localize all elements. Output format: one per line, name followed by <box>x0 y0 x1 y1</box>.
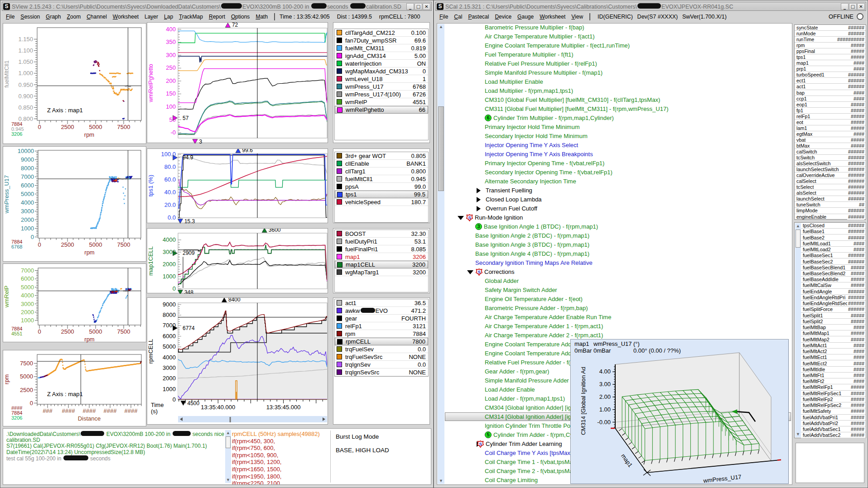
tree-item[interactable]: Secondary Injector Hold Time Minimum <box>437 132 792 141</box>
value-row-syncState[interactable]: syncState###### <box>795 25 866 31</box>
legend-row-tps1[interactable]: tps199.5 <box>335 191 428 198</box>
value-row-egtMax[interactable]: egtMax#### <box>795 131 866 137</box>
legend-row-fueldutypri1[interactable]: fuelDutyPri153.1 <box>335 238 428 245</box>
legend-row-wmlevel-u18[interactable]: wmLevel_U181 <box>335 75 428 83</box>
menu-lap[interactable]: Lap <box>164 14 173 20</box>
legend-row-wgmaptarg1[interactable]: wgMapTarg13200 <box>335 268 428 276</box>
menu-session[interactable]: Session <box>20 14 40 20</box>
value-row-tpsClosed[interactable]: tpsClosed###### <box>801 223 866 229</box>
value-row-fuelMltCalSw[interactable]: fuelMltCalSw##### <box>801 282 866 288</box>
strip-chart-rpmcell[interactable]: 0100020003000400050006000700080009000rpm… <box>147 297 328 425</box>
scroll-up-icon[interactable]: ▲ <box>225 430 231 436</box>
sview-titlebar[interactable]: S SView 2.15.243 : C:\Users\Public\Docum… <box>2 2 432 11</box>
legend-row-ppsa[interactable]: ppsA99.0 <box>335 183 428 191</box>
value-row-fuelMltSafety[interactable]: fuelMltSafety##### <box>801 408 866 414</box>
legend-row-act1[interactable]: act136.5 <box>335 299 428 307</box>
live-values-table[interactable]: syncState######runMode######runTime#####… <box>794 24 866 220</box>
menu-options[interactable]: Options <box>231 14 250 20</box>
value-row-fuelEndAngleRtdPri[interactable]: fuelEndAngleRtdPri###### <box>801 295 866 301</box>
legend-row-rpm[interactable]: rpm7884 <box>335 330 428 338</box>
tree-item[interactable]: Base Ignition Angle 4 (BTDC) - f(rpm,map… <box>437 249 792 258</box>
value-row-ccp1[interactable]: ccp1#### <box>795 96 866 102</box>
value-row-fuelSplit1[interactable]: fuelSplit1##### <box>801 313 866 319</box>
menu-file[interactable]: File <box>6 14 14 20</box>
menu-worksheet[interactable]: Worksheet <box>540 14 565 20</box>
value-row-eot[interactable]: eot##### <box>795 120 866 125</box>
value-row-runTime[interactable]: runTime########## <box>795 37 866 43</box>
tree-item[interactable]: Engine Oil Temperature Adder - f(eot) <box>437 295 792 304</box>
value-row-fuelMltAct2[interactable]: fuelMltAct2#### <box>801 349 866 354</box>
tree-item[interactable]: Air Charge Temperature Adder 2 - f(rpm,a… <box>437 331 792 340</box>
value-row-fuelMltRelFp2[interactable]: fuelMltRelFp2##### <box>801 397 866 402</box>
legend-row-fuelmlt-cm311[interactable]: fuelMlt_CM3110.819 <box>335 44 428 52</box>
menu-trackmap[interactable]: TrackMap <box>179 14 203 20</box>
legend-row-trqignsev[interactable]: trqIgnSev0.0 <box>335 361 428 368</box>
value-row-fuelMltMap2[interactable]: fuelMltMap2##### <box>801 336 866 342</box>
tree-item[interactable]: Safety Margin Switch Adder <box>437 286 792 295</box>
legend-row-wmrelpghetto[interactable]: wmRelPghetto66 <box>335 106 428 114</box>
legend-row-map1cell[interactable]: map1CELL3200 <box>335 261 428 268</box>
tree-collapsed-arrow-icon[interactable] <box>477 188 481 193</box>
menu-layer[interactable]: Layer <box>145 14 158 20</box>
value-row-fuelAddVbatSec1[interactable]: fuelAddVbatSec1##### <box>801 426 866 432</box>
menu-math[interactable]: Math <box>256 14 268 20</box>
menu-device[interactable]: Device <box>495 14 511 20</box>
scroll-up-icon[interactable]: ▲ <box>795 223 801 229</box>
value-row-fuelMltEct1[interactable]: fuelMltEct1#### <box>801 354 866 360</box>
tree-item[interactable]: Closed Loop Lambda <box>437 195 792 204</box>
value-row-fuelAddVbatSec2[interactable]: fuelAddVbatSec2##### <box>801 432 866 438</box>
value-row-fuelMltAct1[interactable]: fuelMltAct1#### <box>801 343 866 349</box>
value-row-relFp1[interactable]: relFp1##### <box>795 114 866 120</box>
tree-item[interactable]: Fuel Temperature Multiplier - f(ft1) <box>437 50 792 59</box>
tree-item[interactable]: Air Charge Temperature Adder Enable Run … <box>437 313 792 322</box>
scatter-fuelmltcll1-vs-rpm[interactable]: 0.8000.8500.9000.9501.0001.0501.1001.150… <box>3 23 146 144</box>
tree-item[interactable]: Air Charge Temperature Adder 1 - f(rpm,a… <box>437 322 792 331</box>
legend-row-fan7duty-wmpssr[interactable]: fan7Duty_wmpSSR69.6 <box>335 37 428 44</box>
value-row-fuelBaseSec2[interactable]: fuelBaseSec2###### <box>801 258 866 264</box>
scatter-rpm-vs-distance[interactable]: 0250050007500rpm###################Dista… <box>3 350 146 426</box>
value-row-alsSelect[interactable]: alsSelect###### <box>795 190 866 196</box>
fuel-values-table[interactable]: ▲ ▼ tpsClosed######fuelBase1######fuelBa… <box>794 222 866 438</box>
legend-row-trqfuelsev[interactable]: trqFuelSev0.0 <box>335 345 428 353</box>
menu-report[interactable]: Report <box>209 14 225 20</box>
maximize-button[interactable]: □ <box>849 3 857 10</box>
value-row-map1[interactable]: map1#### <box>795 60 866 66</box>
value-row-launchSelectSwitch[interactable]: launchSelectSwitch###### <box>795 167 866 172</box>
value-row-fuelAddVbatPri2[interactable]: fuelAddVbatPri2##### <box>801 421 866 426</box>
value-row-act1[interactable]: act1###### <box>795 84 866 90</box>
tree-item[interactable]: Secondary Injector Opening Time - f(vbat… <box>437 168 792 177</box>
tree-expanded-arrow-icon[interactable] <box>458 216 464 220</box>
value-row-calSelect[interactable]: calSelect###### <box>795 178 866 184</box>
strip-chart-tps1[interactable]: 0.020.040.060.080.0100.0tps1 (%)99.615.3… <box>147 148 328 223</box>
legend-row-map1[interactable]: map13206 <box>335 253 428 261</box>
value-row-fuelMltEct2[interactable]: fuelMltEct2#### <box>801 360 866 366</box>
value-row-fuelMltRelFp1[interactable]: fuelMltRelFp1##### <box>801 384 866 390</box>
tree-item[interactable]: Secondary Ignition Timing Maps Are Relat… <box>437 258 792 268</box>
menu-file[interactable]: File <box>439 14 448 20</box>
value-row-engineEnable[interactable]: engineEnable###### <box>795 214 866 220</box>
value-row-vbat[interactable]: vbat##### <box>795 137 866 143</box>
scatter-wmrelp-vs-rpm[interactable]: 1000200030004000500060007000wmRelP025005… <box>3 263 146 342</box>
tree-item[interactable]: Air Charge Temperature Multiplier - f(ac… <box>437 32 792 41</box>
tree-item[interactable]: Engine Coolant Temperature Multiplier - … <box>437 41 792 50</box>
legend-row-wmpress-u17[interactable]: wmPress_U176768 <box>335 83 428 91</box>
value-row-fuelMltRelFpSec2[interactable]: fuelMltRelFpSec2##### <box>801 402 866 408</box>
maximize-button[interactable]: □ <box>415 3 422 10</box>
value-row-fuelMltLoad2[interactable]: fuelMltLoad2#### <box>801 247 866 253</box>
tree-item[interactable]: SRun-Mode Ignition <box>437 213 792 222</box>
minimize-button[interactable]: _ <box>406 3 414 10</box>
scatter-wmpress-vs-rpm[interactable]: 0100020003000400050006000700080009000100… <box>3 146 146 262</box>
tree-expanded-arrow-icon[interactable] <box>467 270 473 274</box>
tree-item[interactable]: 6Cylinder Trim Multiplier - f(rpm,map1,C… <box>437 114 792 123</box>
rpmcell-formula-list[interactable]: rpmCELL (50Hz) samples(49882)if(rpm<450,… <box>232 431 320 485</box>
value-row-fuelSplitForce[interactable]: fuelSplitForce###### <box>801 306 866 312</box>
tree-item[interactable]: Base Ignition Angle 3 (BTDC) - f(rpm,map… <box>437 240 792 249</box>
tree-collapsed-arrow-icon[interactable] <box>477 206 481 211</box>
scroll-down-icon[interactable]: ▼ <box>795 431 801 437</box>
value-row-runMode[interactable]: runMode###### <box>795 31 866 37</box>
value-row-fuelEndAngle[interactable]: fuelEndAngle###### <box>801 289 866 295</box>
scroll-down-icon[interactable]: ▼ <box>225 477 231 483</box>
legend-row-boost[interactable]: BOOST32.30 <box>335 230 428 238</box>
legend-row-waterinjection[interactable]: waterInjectionON <box>335 60 428 67</box>
value-row-fuelBase2[interactable]: fuelBase2###### <box>801 234 866 240</box>
